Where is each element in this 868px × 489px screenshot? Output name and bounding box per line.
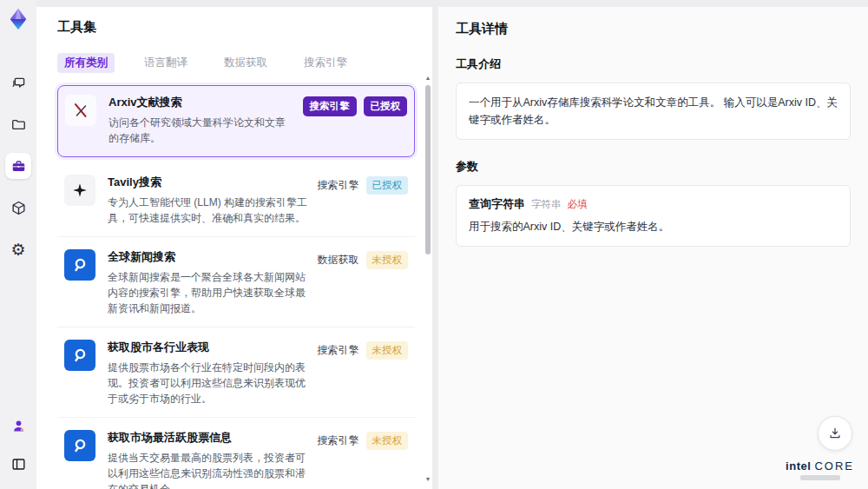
chat-icon[interactable] [5, 69, 31, 96]
tool-text: Tavily搜索 专为人工智能代理 (LLM) 构建的搜索引擎工具，可快速提供实… [108, 175, 318, 226]
blue-q-icon [64, 430, 95, 461]
tool-status-badge: 未授权 [366, 432, 409, 450]
tool-list-item[interactable]: Tavily搜索 专为人工智能代理 (LLM) 构建的搜索引擎工具，可快速提供实… [57, 166, 415, 237]
tool-description: 全球新闻搜索是一个聚合全球各大新闻网站内容的搜索引擎，帮助用户快速获取全球最新资… [108, 269, 309, 316]
tool-name: Tavily搜索 [108, 175, 309, 190]
tool-meta: 搜索引擎 未授权 [318, 430, 409, 450]
tool-status-badge: 已授权 [366, 176, 409, 195]
detail-title: 工具详情 [456, 21, 851, 37]
tool-description: 访问各个研究领域大量科学论文和文章的存储库。 [108, 115, 294, 146]
tools-panel: 工具集 所有类别语言翻译数据获取搜索引擎 Arxiv文献搜索 访问各个研究领域大… [36, 7, 432, 489]
tool-meta: 搜索引擎 已授权 [303, 95, 408, 116]
scroll-down-arrow[interactable]: ▼ [424, 476, 432, 483]
tool-status-badge: 未授权 [366, 341, 409, 360]
panel-toggle-icon[interactable] [5, 451, 31, 477]
category-tab-3[interactable]: 搜索引擎 [297, 53, 354, 73]
package-icon[interactable] [5, 195, 31, 221]
intro-section-title: 工具介绍 [456, 56, 851, 72]
tool-category-label: 搜索引擎 [318, 433, 359, 448]
tool-list-item[interactable]: 获取股市各行业表现 提供股票市场各个行业在特定时间段内的表现。投资者可以利用这些… [57, 331, 415, 418]
tool-meta: 搜索引擎 已授权 [318, 175, 409, 195]
category-tab-0[interactable]: 所有类别 [57, 53, 115, 73]
tool-detail-panel: 工具详情 工具介绍 一个用于从Arxiv存储库搜索科学论文和文章的工具。 输入可… [438, 7, 868, 489]
rail-nav: ⚙ [5, 69, 31, 262]
panel-divider [432, 7, 438, 489]
tool-meta: 搜索引擎 未授权 [318, 340, 409, 360]
folder-icon[interactable] [5, 111, 31, 137]
user-icon[interactable] [5, 413, 31, 439]
brand-core: CORE [814, 459, 854, 472]
tool-category-label: 搜索引擎 [303, 96, 357, 116]
tool-status-badge: 未授权 [366, 251, 409, 269]
list-scrollbar[interactable]: ▲ ▼ [424, 75, 432, 483]
tool-list-item[interactable]: 获取市场最活跃股票信息 提供当天交易量最高的股票列表，投资者可以利用这些信息来识… [57, 421, 415, 489]
rail-bottom [5, 413, 31, 477]
blue-q-icon [64, 340, 95, 371]
tool-name: 全球新闻搜索 [108, 249, 309, 265]
brand-logo: intel CORE [786, 459, 854, 480]
param-name: 查询字符串 [469, 196, 525, 212]
scrollbar-thumb[interactable] [425, 85, 431, 254]
app-logo [4, 5, 32, 33]
tool-text: 获取市场最活跃股票信息 提供当天交易量最高的股票列表，投资者可以利用这些信息来识… [108, 430, 318, 489]
arxiv-icon [65, 95, 96, 126]
tool-category-label: 搜索引擎 [318, 343, 359, 358]
param-head: 查询字符串 字符串 必填 [469, 196, 838, 212]
param-box: 查询字符串 字符串 必填 用于搜索的Arxiv ID、关键字或作者姓名。 [456, 185, 851, 247]
tool-text: Arxiv文献搜索 访问各个研究领域大量科学论文和文章的存储库。 [108, 95, 303, 146]
icon-rail: ⚙ [0, 0, 36, 489]
tool-list-item[interactable]: 全球新闻搜索 全球新闻搜索是一个聚合全球各大新闻网站内容的搜索引擎，帮助用户快速… [57, 241, 415, 327]
gear-glyph: ⚙ [10, 241, 25, 258]
tool-category-label: 数据获取 [318, 253, 359, 268]
scroll-up-arrow[interactable]: ▲ [424, 75, 432, 82]
brand-intel: intel [786, 459, 811, 472]
param-description: 用于搜索的Arxiv ID、关键字或作者姓名。 [469, 219, 838, 235]
download-icon [827, 426, 843, 441]
blue-q-icon [64, 249, 95, 281]
brand-subline [800, 475, 840, 480]
tool-text: 全球新闻搜索 全球新闻搜索是一个聚合全球各大新闻网站内容的搜索引擎，帮助用户快速… [108, 249, 318, 316]
tool-description: 提供股票市场各个行业在特定时间段内的表现。投资者可以利用这些信息来识别表现优于或… [108, 360, 309, 406]
tool-list: Arxiv文献搜索 访问各个研究领域大量科学论文和文章的存储库。 搜索引擎 已授… [57, 85, 415, 489]
category-tabs: 所有类别语言翻译数据获取搜索引擎 [57, 53, 424, 73]
tool-status-badge: 已授权 [364, 96, 408, 116]
tool-list-item[interactable]: Arxiv文献搜索 访问各个研究领域大量科学论文和文章的存储库。 搜索引擎 已授… [57, 85, 415, 157]
download-button[interactable] [818, 416, 852, 451]
category-tab-1[interactable]: 语言翻译 [137, 53, 194, 73]
param-required-badge: 必填 [568, 198, 588, 211]
param-type: 字符串 [531, 198, 562, 211]
sparkle-icon [64, 175, 95, 206]
page-title: 工具集 [57, 19, 424, 36]
tool-text: 获取股市各行业表现 提供股票市场各个行业在特定时间段内的表现。投资者可以利用这些… [108, 340, 318, 406]
tool-category-label: 搜索引擎 [318, 178, 359, 193]
params-section-title: 参数 [456, 159, 851, 175]
tool-name: 获取市场最活跃股票信息 [108, 430, 309, 446]
intro-box: 一个用于从Arxiv存储库搜索科学论文和文章的工具。 输入可以是Arxiv ID… [456, 83, 851, 140]
app-window: ⚙ 工具集 所有类别语言翻译数据获取搜索引擎 [0, 0, 868, 489]
tool-description: 专为人工智能代理 (LLM) 构建的搜索引擎工具，可快速提供实时、准确和真实的结… [108, 195, 309, 226]
gear-icon[interactable]: ⚙ [5, 236, 31, 262]
category-tab-2[interactable]: 数据获取 [217, 53, 274, 73]
tool-name: Arxiv文献搜索 [108, 95, 294, 110]
tool-name: 获取股市各行业表现 [108, 340, 309, 355]
toolbox-icon[interactable] [5, 153, 31, 179]
tool-meta: 数据获取 未授权 [318, 249, 409, 269]
intro-text: 一个用于从Arxiv存储库搜索科学论文和文章的工具。 输入可以是Arxiv ID… [469, 94, 838, 129]
tool-description: 提供当天交易量最高的股票列表，投资者可以利用这些信息来识别流动性强的股票和潜在的… [108, 450, 309, 489]
